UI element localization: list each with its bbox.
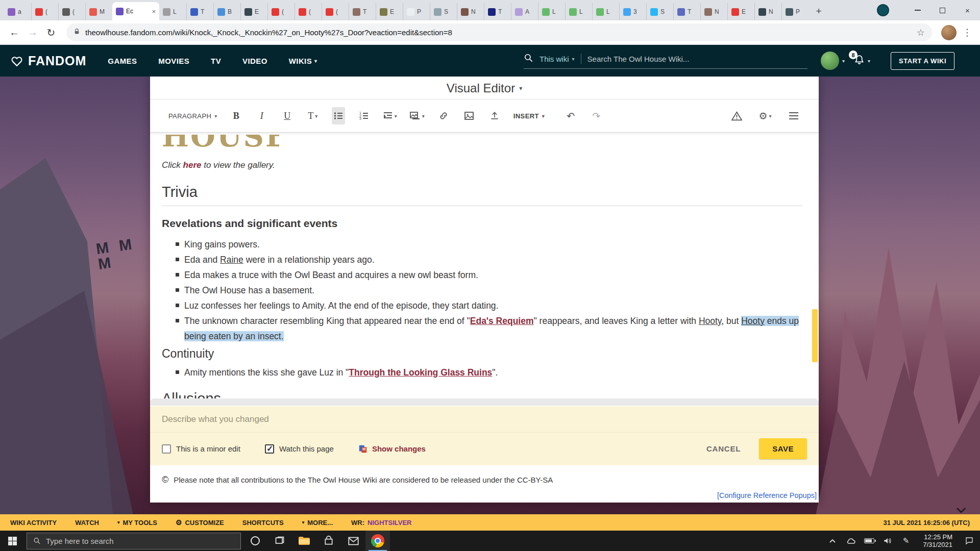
- microsoft-store-icon[interactable]: [316, 531, 341, 551]
- link-button[interactable]: [437, 107, 450, 124]
- search-input[interactable]: [587, 55, 807, 63]
- taskbar-search-input[interactable]: [46, 537, 234, 545]
- bookmark-star-icon[interactable]: ☆: [917, 27, 925, 38]
- reload-button[interactable]: ↻: [42, 23, 60, 42]
- editor-scrollbar-thumb[interactable]: [812, 309, 818, 362]
- wiki-link[interactable]: Hooty: [699, 316, 721, 326]
- indent-dropdown[interactable]: ▾: [383, 107, 397, 124]
- browser-tab[interactable]: N: [457, 3, 484, 20]
- start-button[interactable]: [0, 531, 24, 551]
- nav-games[interactable]: GAMES: [108, 57, 137, 65]
- fandom-logo[interactable]: FANDOM: [10, 54, 86, 68]
- close-button[interactable]: ×: [955, 0, 980, 20]
- onedrive-cloud-icon[interactable]: [845, 537, 856, 544]
- wiki-representative-name[interactable]: NIGHTSILVER: [368, 519, 411, 527]
- url-bar[interactable]: theowlhouse.fandom.com/wiki/Knock,_Knock…: [66, 23, 932, 41]
- editor-menu-icon[interactable]: [787, 107, 800, 124]
- browser-tab[interactable]: (: [322, 3, 349, 20]
- browser-tab[interactable]: N: [700, 3, 727, 20]
- save-button[interactable]: SAVE: [759, 438, 807, 459]
- tray-chevron-icon[interactable]: [827, 539, 838, 543]
- browser-tab[interactable]: L: [159, 3, 186, 20]
- edit-summary-input[interactable]: [162, 414, 807, 424]
- toolbar-item-shortcuts[interactable]: SHORTCUTS: [242, 519, 284, 527]
- browser-tab[interactable]: T: [484, 3, 511, 20]
- toolbar-item-wiki-activity[interactable]: WIKI ACTIVITY: [10, 519, 57, 527]
- browser-tab[interactable]: S: [430, 3, 457, 20]
- back-button[interactable]: ←: [5, 23, 23, 42]
- taskbar-search[interactable]: [27, 533, 241, 549]
- browser-tab[interactable]: (: [31, 3, 58, 20]
- browser-tab[interactable]: N: [754, 3, 781, 20]
- minimize-button[interactable]: [905, 0, 930, 20]
- text-style-dropdown[interactable]: T▾: [306, 107, 320, 124]
- browser-tab[interactable]: E: [240, 3, 267, 20]
- nav-movies[interactable]: MOVIES: [158, 57, 189, 65]
- maximize-button[interactable]: [930, 0, 955, 20]
- browser-tab[interactable]: B: [213, 3, 240, 20]
- browser-tab[interactable]: M: [85, 3, 112, 20]
- wiki-link[interactable]: Hooty: [741, 316, 765, 326]
- numbered-list-button[interactable]: 123: [357, 107, 371, 124]
- italic-button[interactable]: I: [255, 107, 268, 124]
- avatar-caret-icon[interactable]: ▾: [842, 58, 845, 64]
- bullet-list-button[interactable]: [332, 107, 345, 124]
- battery-icon[interactable]: [864, 538, 875, 543]
- toolbar-item-my-tools[interactable]: ▾MY TOOLS: [117, 519, 157, 527]
- nav-wikis[interactable]: WIKIS▾: [289, 57, 317, 65]
- browser-tab[interactable]: E: [727, 3, 754, 20]
- bell-caret-icon[interactable]: ▾: [868, 58, 870, 64]
- paragraph-dropdown[interactable]: PARAGRAPH▾: [168, 112, 217, 120]
- configure-reference-popups-link[interactable]: [Configure Reference Popups]: [717, 491, 817, 499]
- browser-tab[interactable]: L: [565, 3, 592, 20]
- underline-button[interactable]: U: [281, 107, 294, 124]
- nav-video[interactable]: VIDEO: [242, 57, 267, 65]
- browser-tab[interactable]: a: [4, 3, 31, 20]
- notices-warning-icon[interactable]: [730, 107, 743, 124]
- start-a-wiki-button[interactable]: START A WIKI: [891, 52, 954, 70]
- action-center-icon[interactable]: [964, 536, 975, 545]
- browser-tab[interactable]: P: [403, 3, 430, 20]
- bold-button[interactable]: B: [230, 107, 243, 124]
- browser-tab[interactable]: T: [673, 3, 700, 20]
- user-avatar[interactable]: [821, 52, 839, 70]
- page-settings-dropdown[interactable]: ⚙▾: [758, 107, 772, 124]
- minor-edit-checkbox[interactable]: [162, 444, 171, 454]
- browser-tab[interactable]: T: [186, 3, 213, 20]
- media-gallery-dropdown[interactable]: ▾: [409, 107, 425, 124]
- editor-content[interactable]: HOUSE Click here to view the gallery. Tr…: [150, 133, 819, 406]
- wiki-link[interactable]: Eda's Requiem: [470, 316, 534, 326]
- redo-button[interactable]: ↷: [590, 107, 603, 124]
- wiki-link[interactable]: Raine: [220, 255, 243, 265]
- browser-tab[interactable]: (: [58, 3, 85, 20]
- browser-profile-avatar[interactable]: [941, 25, 957, 40]
- taskbar-clock[interactable]: 12:25 PM 7/31/2021: [919, 533, 957, 548]
- search-scope-dropdown[interactable]: This wiki▾: [540, 55, 575, 63]
- browser-tab[interactable]: S: [646, 3, 673, 20]
- browser-menu-icon[interactable]: ⋮: [960, 27, 975, 38]
- watch-page-checkbox[interactable]: [265, 444, 274, 454]
- file-explorer-icon[interactable]: [292, 531, 316, 551]
- visual-editor-title[interactable]: Visual Editor▾: [150, 77, 819, 95]
- browser-tab[interactable]: T: [349, 3, 376, 20]
- nav-tv[interactable]: TV: [211, 57, 221, 65]
- browser-tab[interactable]: A: [511, 3, 538, 20]
- browser-tab[interactable]: L: [592, 3, 619, 20]
- upload-button[interactable]: [488, 107, 501, 124]
- browser-tab[interactable]: Ec×: [112, 2, 159, 20]
- insert-dropdown[interactable]: INSERT▾: [513, 112, 545, 120]
- browser-tab[interactable]: (: [295, 3, 322, 20]
- wiki-search[interactable]: This wiki▾: [524, 53, 807, 69]
- cancel-button[interactable]: CANCEL: [706, 444, 741, 453]
- toolbar-item-more[interactable]: ▾MORE...: [302, 519, 333, 527]
- browser-tab[interactable]: P: [781, 3, 808, 20]
- chrome-taskbar-icon[interactable]: [365, 531, 390, 551]
- notifications-bell[interactable]: 8: [854, 54, 865, 67]
- pen-icon[interactable]: ✎: [900, 536, 912, 545]
- image-button[interactable]: [462, 107, 476, 124]
- gallery-link[interactable]: here: [183, 160, 202, 170]
- toolbar-item-wr[interactable]: WR:NIGHTSILVER: [351, 519, 411, 527]
- mail-icon[interactable]: [341, 531, 365, 551]
- task-view-button[interactable]: [267, 531, 292, 551]
- tab-search-icon[interactable]: [877, 4, 889, 16]
